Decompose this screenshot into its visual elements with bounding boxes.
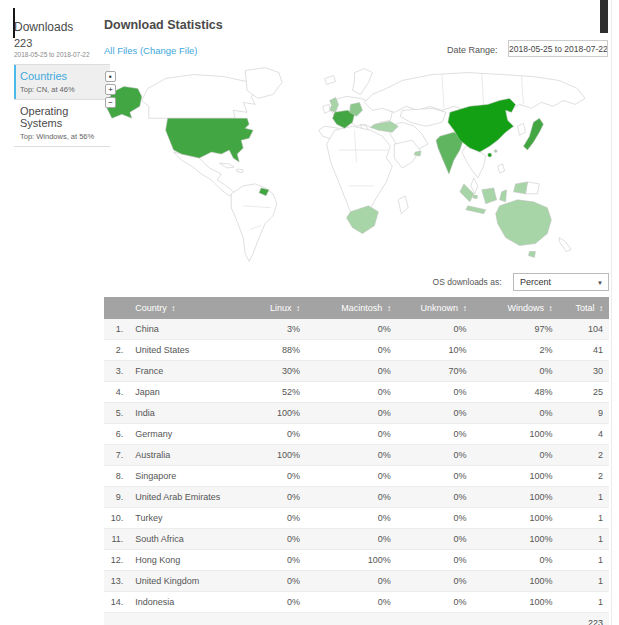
header-linux[interactable]: Linux ↕: [235, 297, 306, 319]
cell-windows: 97%: [473, 319, 559, 340]
header-country[interactable]: Country ↕: [129, 297, 235, 319]
cell-windows: 100%: [473, 571, 559, 592]
cell-total: 9: [558, 403, 609, 424]
cell-total: 1: [558, 508, 609, 529]
hainan-shape[interactable]: [488, 153, 492, 157]
cell-linux: 0%: [235, 571, 306, 592]
header-sub-row: All Files (Change File) Date Range:: [104, 37, 609, 65]
header-windows[interactable]: Windows ↕: [473, 297, 559, 319]
country-stats-table: Country ↕ Linux ↕ Macintosh ↕ Unknown ↕ …: [104, 297, 609, 625]
all-files-link[interactable]: All Files (Change File): [104, 45, 197, 56]
sidebar-item-sub: Top: Windows, at 56%: [20, 132, 106, 141]
cell-windows: 0%: [473, 550, 559, 571]
cell-rank: 2.: [104, 340, 129, 361]
cell-windows: 0%: [473, 361, 559, 382]
hong-kong-shape[interactable]: [494, 150, 497, 153]
cell-macintosh: 0%: [306, 529, 397, 550]
table-row: 12.Hong Kong0%100%0%0%1: [104, 550, 609, 571]
land-cuba: [219, 163, 234, 168]
cell-linux: 0%: [235, 508, 306, 529]
table-row: 11.South Africa0%0%0%100%1: [104, 529, 609, 550]
cell-unknown: 0%: [397, 571, 473, 592]
cell-country: United States: [129, 340, 235, 361]
indonesia-borneo-shape[interactable]: [482, 188, 497, 204]
cell-macintosh: 0%: [306, 508, 397, 529]
date-range-input[interactable]: [508, 40, 608, 57]
singapore-shape[interactable]: [473, 195, 478, 199]
sidebar-item-countries[interactable]: Countries Top: CN, at 46%: [14, 64, 110, 99]
cell-unknown: 0%: [397, 487, 473, 508]
indonesia-papua-shape[interactable]: [514, 182, 528, 194]
table-row: 3.France30%0%70%0%30: [104, 361, 609, 382]
cell-country: France: [129, 361, 235, 382]
cell-country: Japan: [129, 382, 235, 403]
land-south-america: [231, 184, 277, 262]
cell-rank: 9.: [104, 487, 129, 508]
sort-icon: ↕: [171, 304, 175, 313]
australia-shape[interactable]: [496, 200, 552, 246]
os-format-select[interactable]: Percent ▼: [513, 273, 609, 291]
sidebar-item-label: Operating Systems: [20, 105, 106, 129]
cell-linux: 100%: [235, 445, 306, 466]
table-row: 1.China3%0%0%97%104: [104, 319, 609, 340]
indonesia-java-shape[interactable]: [466, 206, 486, 214]
land-canada: [142, 75, 259, 119]
cell-linux: 100%: [235, 403, 306, 424]
cell-country: United Kingdom: [129, 571, 235, 592]
cell-country: Turkey: [129, 508, 235, 529]
date-range-wrap: Date Range:: [447, 39, 608, 57]
cell-windows: 100%: [473, 508, 559, 529]
cell-macintosh: 0%: [306, 571, 397, 592]
map-controls: ▪ + −: [105, 71, 116, 110]
cell-country: Singapore: [129, 466, 235, 487]
cell-unknown: 0%: [397, 508, 473, 529]
cell-rank: 5.: [104, 403, 129, 424]
header-total[interactable]: Total ↕: [558, 297, 609, 319]
cell-total: 41: [558, 340, 609, 361]
header-unknown[interactable]: Unknown ↕: [397, 297, 473, 319]
united-arab-emirates-shape[interactable]: [414, 151, 421, 156]
land-mexico-central-america: [174, 152, 236, 196]
cell-unknown: 0%: [397, 319, 473, 340]
scrollbar-track[interactable]: [611, 0, 612, 625]
cell-windows: 0%: [473, 403, 559, 424]
cell-country: India: [129, 403, 235, 424]
map-zoom-out-button[interactable]: −: [105, 97, 116, 108]
land-new-guinea-east: [525, 182, 539, 194]
sort-icon: ↕: [387, 304, 391, 313]
tasmania-shape[interactable]: [528, 252, 535, 258]
cell-windows: 100%: [473, 487, 559, 508]
cell-total: 30: [558, 361, 609, 382]
cell-rank: 1.: [104, 319, 129, 340]
map-marker-button[interactable]: ▪: [105, 71, 116, 82]
cell-country: United Arab Emirates: [129, 487, 235, 508]
cell-linux: 0%: [235, 424, 306, 445]
main-content: Download Statistics All Files (Change Fi…: [104, 18, 609, 625]
download-stats-page: Downloads 223 2018-05-25 to 2018-07-22 C…: [0, 0, 619, 625]
os-format-row: OS downloads as: Percent ▼: [104, 272, 609, 294]
table-row: 4.Japan52%0%0%48%25: [104, 382, 609, 403]
cell-unknown: 0%: [397, 382, 473, 403]
cell-total: 1: [558, 592, 609, 613]
cell-country: Australia: [129, 445, 235, 466]
cell-total: 104: [558, 319, 609, 340]
header-macintosh[interactable]: Macintosh ↕: [306, 297, 397, 319]
cell-windows: 2%: [473, 340, 559, 361]
sort-icon: ↕: [463, 304, 467, 313]
cell-rank: 6.: [104, 424, 129, 445]
sidebar: Downloads 223 2018-05-25 to 2018-07-22 C…: [14, 20, 110, 147]
land-ireland: [323, 104, 331, 113]
sidebar-item-operating-systems[interactable]: Operating Systems Top: Windows, at 56%: [14, 99, 110, 146]
indonesia-sulawesi-shape[interactable]: [500, 190, 507, 202]
map-zoom-in-button[interactable]: +: [105, 84, 116, 95]
cell-rank: 11.: [104, 529, 129, 550]
land-malay-peninsula: [471, 178, 478, 194]
table-header-row: Country ↕ Linux ↕ Macintosh ↕ Unknown ↕ …: [104, 297, 609, 319]
cell-windows: 100%: [473, 466, 559, 487]
cell-total: 4: [558, 424, 609, 445]
sidebar-date-range: 2018-05-25 to 2018-07-22: [14, 51, 110, 58]
japan-shape[interactable]: [524, 118, 544, 150]
cell-country: South Africa: [129, 529, 235, 550]
land-madagascar: [398, 196, 408, 214]
os-format-label: OS downloads as:: [433, 277, 502, 287]
